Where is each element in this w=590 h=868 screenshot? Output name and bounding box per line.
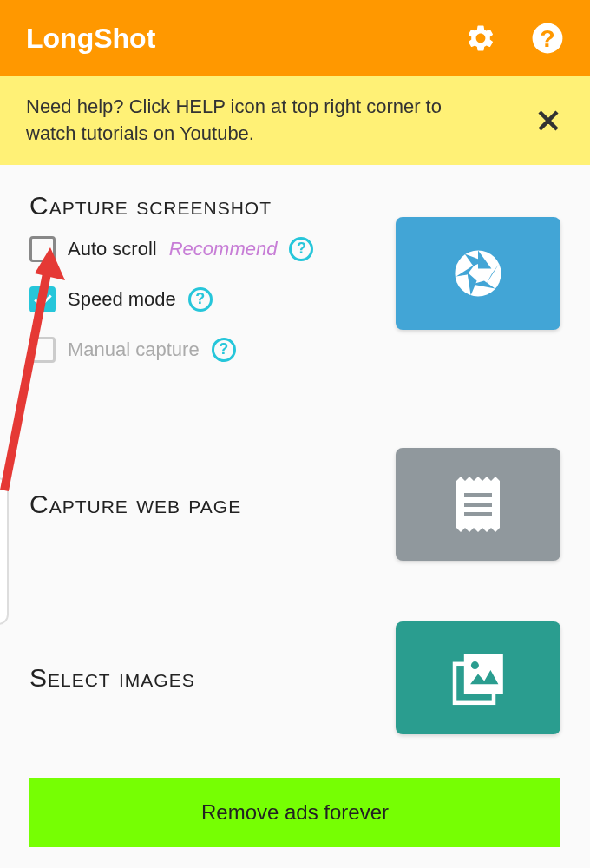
recommend-label: Recommend	[169, 238, 278, 260]
option-auto-scroll[interactable]: Auto scroll Recommend ?	[30, 236, 313, 262]
checkbox-unchecked-icon[interactable]	[30, 236, 56, 262]
settings-icon[interactable]	[465, 23, 496, 54]
image-stack-icon	[447, 647, 509, 709]
main-content: Capture screenshot Auto scroll Recommend…	[0, 165, 590, 865]
manual-capture-label: Manual capture	[68, 339, 200, 361]
help-icon[interactable]: ?	[531, 22, 564, 55]
capture-screenshot-button[interactable]	[396, 217, 560, 330]
camera-shutter-icon	[448, 243, 508, 304]
select-images-section: Select images	[30, 621, 560, 734]
banner-text: Need help? Click HELP icon at top right …	[26, 94, 477, 148]
capture-screenshot-title: Capture screenshot	[30, 191, 313, 220]
auto-scroll-label: Auto scroll	[68, 238, 157, 260]
select-images-title: Select images	[30, 663, 195, 693]
option-manual-capture[interactable]: Manual capture ?	[30, 337, 313, 363]
capture-web-page-section: Capture web page	[30, 448, 560, 561]
svg-rect-7	[464, 654, 503, 694]
svg-text:?: ?	[540, 24, 554, 52]
capture-options: Auto scroll Recommend ? Speed mode ? Man…	[30, 236, 313, 363]
capture-web-page-title: Capture web page	[30, 490, 241, 519]
svg-point-9	[471, 661, 479, 669]
help-circle-icon[interactable]: ?	[212, 338, 236, 362]
receipt-icon	[451, 474, 505, 535]
option-speed-mode[interactable]: Speed mode ?	[30, 286, 313, 312]
svg-rect-3	[464, 493, 492, 497]
app-header: LongShot ?	[0, 0, 590, 76]
speed-mode-label: Speed mode	[68, 288, 176, 311]
svg-rect-4	[464, 503, 492, 507]
help-circle-icon[interactable]: ?	[188, 287, 213, 312]
svg-rect-5	[464, 512, 492, 516]
close-icon[interactable]	[533, 105, 564, 136]
capture-screenshot-section: Capture screenshot Auto scroll Recommend…	[30, 191, 560, 387]
capture-web-page-button[interactable]	[396, 448, 560, 561]
help-banner: Need help? Click HELP icon at top right …	[0, 76, 590, 165]
help-circle-icon[interactable]: ?	[289, 237, 313, 261]
header-icons: ?	[465, 22, 564, 55]
checkbox-disabled-icon[interactable]	[30, 337, 56, 363]
remove-ads-button[interactable]: Remove ads forever	[30, 778, 560, 847]
select-images-button[interactable]	[396, 621, 560, 734]
checkbox-checked-icon[interactable]	[30, 286, 56, 312]
side-tab-handle[interactable]	[0, 477, 9, 625]
remove-ads-label: Remove ads forever	[201, 800, 389, 825]
app-title: LongShot	[26, 23, 155, 55]
